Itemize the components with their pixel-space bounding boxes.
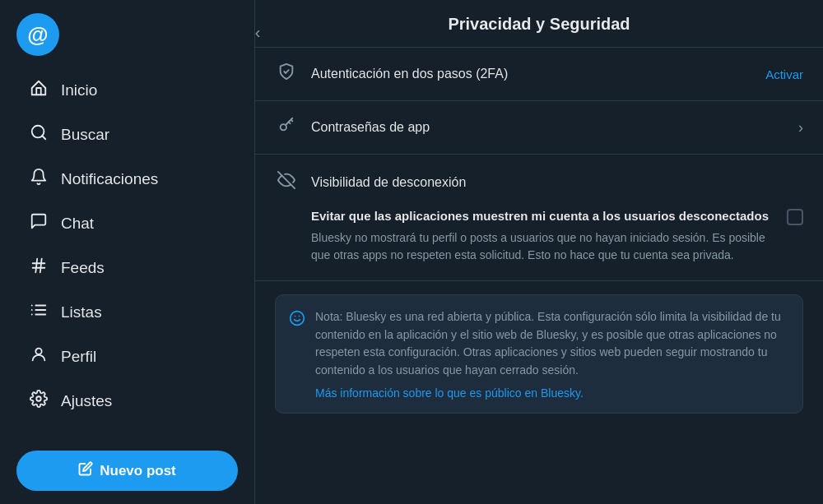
note-content: Nota: Bluesky es una red abierta y públi… (315, 308, 789, 400)
hash-icon (28, 257, 49, 280)
svg-line-4 (35, 259, 37, 273)
sidebar-item-label-listas: Listas (61, 303, 102, 321)
sidebar-item-label-perfil: Perfil (61, 348, 96, 366)
profile-icon (28, 345, 49, 368)
sidebar-item-label-feeds: Feeds (61, 259, 105, 277)
visibility-checkbox[interactable] (787, 209, 803, 225)
home-icon (28, 79, 49, 102)
sidebar-item-inicio[interactable]: Inicio (16, 69, 238, 112)
note-text: Nota: Bluesky es una red abierta y públi… (315, 310, 781, 377)
sidebar-item-listas[interactable]: Listas (16, 291, 238, 334)
svg-line-5 (40, 259, 42, 273)
visibility-header: Visibilidad de desconexión (275, 171, 803, 194)
nav-menu: Inicio Buscar Notificaciones (16, 69, 238, 441)
sidebar-item-label-ajustes: Ajustes (61, 392, 112, 410)
app-passwords-row[interactable]: Contraseñas de app › (255, 101, 823, 155)
visibility-icon (275, 171, 298, 194)
list-icon (28, 301, 49, 324)
main-content: Privacidad y Seguridad Autenticación en … (255, 0, 823, 504)
avatar-icon: @ (27, 22, 48, 48)
gear-icon (28, 390, 49, 413)
sidebar-item-notificaciones[interactable]: Notificaciones (16, 158, 238, 201)
sidebar-item-label-notificaciones: Notificaciones (61, 170, 158, 188)
visibility-option-title: Evitar que las aplicaciones muestren mi … (311, 207, 774, 224)
app-passwords-label: Contraseñas de app (311, 120, 785, 135)
sidebar-item-perfil[interactable]: Perfil (16, 335, 238, 378)
key-icon (275, 116, 298, 139)
2fa-activate-link[interactable]: Activar (765, 67, 803, 81)
sidebar-item-ajustes[interactable]: Ajustes (16, 380, 238, 423)
bell-icon (28, 168, 49, 191)
svg-line-1 (42, 136, 45, 139)
svg-line-15 (286, 70, 289, 73)
2fa-label: Autenticación en dos pasos (2FA) (311, 67, 752, 81)
sidebar-collapse-button[interactable]: ‹ (245, 20, 270, 44)
note-box: Nota: Bluesky es una red abierta y públi… (275, 294, 803, 414)
new-post-button[interactable]: Nuevo post (16, 451, 238, 491)
new-post-icon (78, 461, 93, 480)
new-post-label: Nuevo post (100, 463, 176, 479)
search-icon (28, 123, 49, 146)
avatar-button[interactable]: @ (16, 13, 59, 56)
chevron-left-icon: ‹ (255, 23, 261, 42)
chat-icon (28, 212, 49, 235)
visibility-option: Evitar que las aplicaciones muestren mi … (311, 207, 803, 264)
content-panel: Autenticación en dos pasos (2FA) Activar… (255, 48, 823, 504)
visibility-title: Visibilidad de desconexión (311, 175, 466, 190)
svg-point-16 (281, 124, 286, 130)
svg-point-13 (36, 396, 41, 401)
sidebar-item-label-chat: Chat (61, 215, 94, 233)
sidebar-item-buscar[interactable]: Buscar (16, 113, 238, 156)
visibility-option-text: Evitar que las aplicaciones muestren mi … (311, 207, 774, 264)
chevron-right-icon: › (798, 119, 803, 136)
sidebar-item-label-buscar: Buscar (61, 126, 109, 144)
sidebar-item-chat[interactable]: Chat (16, 202, 238, 245)
sidebar-item-label-inicio: Inicio (61, 81, 97, 99)
2fa-icon (275, 62, 298, 86)
bluesky-note-icon (289, 310, 305, 331)
page-header: Privacidad y Seguridad (255, 0, 823, 48)
sidebar: @ Inicio Buscar Not (0, 0, 255, 504)
sidebar-item-feeds[interactable]: Feeds (16, 247, 238, 289)
page-title: Privacidad y Seguridad (448, 15, 630, 33)
note-link[interactable]: Más información sobre lo que es público … (315, 386, 789, 400)
visibility-option-desc: Bluesky no mostrará tu perfil o posts a … (311, 229, 774, 264)
svg-point-12 (35, 349, 41, 354)
2fa-setting-row: Autenticación en dos pasos (2FA) Activar (255, 48, 823, 101)
visibility-section: Visibilidad de desconexión Evitar que la… (255, 155, 823, 281)
